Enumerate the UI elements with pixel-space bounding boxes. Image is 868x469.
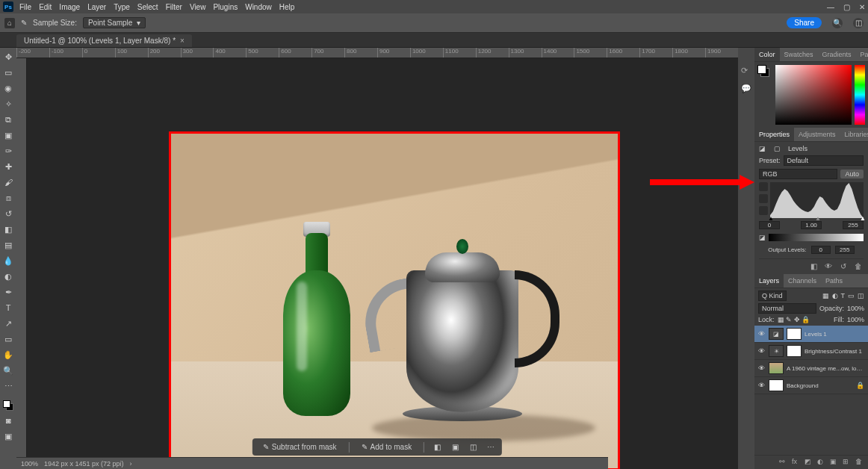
input-white[interactable] bbox=[843, 221, 864, 229]
new-layer-icon[interactable]: ⊞ bbox=[843, 458, 852, 467]
tab-channels[interactable]: Channels bbox=[784, 274, 821, 288]
reset-icon[interactable]: ↺ bbox=[838, 261, 849, 271]
subtract-from-mask-button[interactable]: ✎Subtract from mask bbox=[258, 441, 341, 453]
pen-tool-icon[interactable]: ✒ bbox=[2, 286, 14, 298]
eyedropper-tool-icon[interactable]: ✎ bbox=[21, 19, 27, 27]
tab-properties[interactable]: Properties bbox=[754, 128, 794, 141]
menu-view[interactable]: View bbox=[190, 3, 206, 11]
filter-type-icon[interactable]: T bbox=[841, 292, 846, 299]
add-mask-icon[interactable]: ◩ bbox=[805, 458, 813, 467]
delete-layer-icon[interactable]: 🗑 bbox=[855, 458, 864, 467]
menu-help[interactable]: Help bbox=[279, 3, 295, 11]
history-panel-icon[interactable]: ⟳ bbox=[741, 66, 751, 76]
view-previous-icon[interactable]: 👁 bbox=[823, 261, 834, 271]
ruler-horizontal[interactable]: -200-10001002003004005006007008009001000… bbox=[16, 48, 738, 58]
color-swatch[interactable] bbox=[3, 400, 13, 411]
layer-row[interactable]: 👁☀Brightness/Contrast 1 bbox=[754, 343, 868, 360]
menu-file[interactable]: File bbox=[19, 3, 31, 11]
gradient-tool-icon[interactable]: ▤ bbox=[2, 239, 14, 251]
delete-adjustment-icon[interactable]: 🗑 bbox=[853, 261, 864, 271]
close-icon[interactable]: ✕ bbox=[859, 3, 865, 11]
frame-tool-icon[interactable]: ▣ bbox=[2, 129, 14, 141]
document-canvas[interactable] bbox=[169, 131, 620, 469]
more-icon[interactable]: ⋯ bbox=[486, 442, 496, 453]
color-swatch[interactable] bbox=[757, 65, 769, 77]
lasso-tool-icon[interactable]: ◉ bbox=[2, 82, 14, 94]
menu-filter[interactable]: Filter bbox=[166, 3, 182, 11]
menu-edit[interactable]: Edit bbox=[39, 3, 52, 11]
mask-options-icon[interactable]: ◫ bbox=[468, 442, 478, 453]
black-point-eyedropper-icon[interactable] bbox=[759, 182, 768, 191]
layer-thumb[interactable] bbox=[769, 362, 784, 374]
lock-icons[interactable]: ▦ ✎ ✥ 🔒 bbox=[778, 316, 810, 323]
stamp-tool-icon[interactable]: ⧈ bbox=[2, 192, 14, 204]
doc-size[interactable]: 1942 px x 1451 px (72 ppi) bbox=[44, 460, 124, 468]
visibility-icon[interactable]: 👁 bbox=[758, 382, 766, 389]
output-gradient[interactable] bbox=[769, 234, 864, 241]
tab-adjustments[interactable]: Adjustments bbox=[794, 128, 840, 141]
crop-tool-icon[interactable]: ⧉ bbox=[2, 114, 14, 125]
channel-dropdown[interactable]: RGB bbox=[759, 169, 837, 179]
screenmode-icon[interactable]: ▣ bbox=[2, 430, 14, 442]
menu-image[interactable]: Image bbox=[59, 3, 80, 11]
fill-value[interactable]: 100% bbox=[847, 316, 864, 323]
layer-filter-dropdown[interactable]: Q Kind bbox=[758, 291, 787, 301]
eraser-tool-icon[interactable]: ◧ bbox=[2, 223, 14, 235]
visibility-icon[interactable]: 👁 bbox=[758, 364, 766, 372]
invert-mask-icon[interactable]: ◧ bbox=[432, 442, 442, 453]
move-tool-icon[interactable]: ✥ bbox=[2, 51, 14, 63]
zoom-tool-icon[interactable]: 🔍 bbox=[2, 364, 14, 376]
brush-tool-icon[interactable]: 🖌 bbox=[2, 176, 14, 188]
layer-name[interactable]: Brightness/Contrast 1 bbox=[805, 348, 864, 355]
layer-row[interactable]: 👁A 1960 vintage me...ow, long shadows bbox=[754, 360, 868, 377]
clip-to-layer-icon[interactable]: ◧ bbox=[808, 261, 819, 271]
menu-select[interactable]: Select bbox=[137, 3, 158, 11]
home-icon[interactable]: ⌂ bbox=[4, 18, 15, 28]
visibility-icon[interactable]: 👁 bbox=[758, 347, 766, 355]
levels-histogram[interactable]: ▲ ▲ ▲ bbox=[770, 182, 864, 218]
tab-swatches[interactable]: Swatches bbox=[780, 48, 818, 61]
filter-smart-icon[interactable]: ◫ bbox=[858, 292, 864, 299]
comments-panel-icon[interactable]: 💬 bbox=[741, 84, 751, 94]
new-group-icon[interactable]: ▣ bbox=[830, 458, 839, 467]
quickmask-icon[interactable]: ◙ bbox=[2, 414, 14, 426]
add-to-mask-button[interactable]: ✎Add to mask bbox=[357, 441, 417, 453]
ruler-vertical[interactable] bbox=[16, 58, 27, 469]
color-field[interactable] bbox=[775, 65, 852, 125]
menu-window[interactable]: Window bbox=[245, 3, 272, 11]
hand-tool-icon[interactable]: ✋ bbox=[2, 349, 14, 361]
tab-paths[interactable]: Paths bbox=[821, 274, 847, 288]
layer-name[interactable]: Background bbox=[787, 382, 853, 389]
filter-shape-icon[interactable]: ▭ bbox=[848, 292, 855, 299]
mid-slider[interactable]: ▲ bbox=[815, 215, 821, 222]
visibility-icon[interactable]: 👁 bbox=[758, 330, 766, 338]
input-black[interactable] bbox=[759, 221, 780, 229]
layer-row[interactable]: 👁Background🔒 bbox=[754, 377, 868, 394]
path-tool-icon[interactable]: ↗ bbox=[2, 317, 14, 329]
layer-fx-icon[interactable]: fx bbox=[792, 458, 801, 467]
minimize-icon[interactable]: — bbox=[827, 3, 834, 11]
layer-mask-thumb[interactable] bbox=[787, 345, 802, 357]
new-adjustment-icon[interactable]: ◐ bbox=[817, 458, 826, 467]
layer-mask-thumb[interactable] bbox=[787, 328, 802, 340]
output-white[interactable] bbox=[835, 246, 855, 254]
history-brush-tool-icon[interactable]: ↺ bbox=[2, 208, 14, 220]
black-slider[interactable]: ▲ bbox=[768, 215, 774, 222]
bg-toggle-icon[interactable]: ▣ bbox=[450, 442, 460, 453]
menu-plugins[interactable]: Plugins bbox=[213, 3, 238, 11]
close-tab-icon[interactable]: × bbox=[180, 37, 185, 45]
tab-color[interactable]: Color bbox=[754, 48, 780, 61]
document-tab[interactable]: Untitled-1 @ 100% (Levels 1, Layer Mask/… bbox=[16, 34, 192, 47]
tab-layers[interactable]: Layers bbox=[754, 274, 784, 288]
layer-name[interactable]: Levels 1 bbox=[805, 331, 864, 338]
menu-type[interactable]: Type bbox=[114, 3, 130, 11]
tab-libraries[interactable]: Libraries bbox=[840, 128, 868, 141]
maximize-icon[interactable]: ▢ bbox=[843, 3, 850, 11]
heal-tool-icon[interactable]: ✚ bbox=[2, 161, 14, 173]
white-slider[interactable]: ▲ bbox=[860, 215, 866, 222]
marquee-tool-icon[interactable]: ▭ bbox=[2, 66, 14, 78]
shape-tool-icon[interactable]: ▭ bbox=[2, 333, 14, 345]
layer-name[interactable]: A 1960 vintage me...ow, long shadows bbox=[787, 365, 864, 372]
tab-gradients[interactable]: Gradients bbox=[818, 48, 856, 61]
layer-row[interactable]: 👁◪Levels 1 bbox=[754, 326, 868, 343]
